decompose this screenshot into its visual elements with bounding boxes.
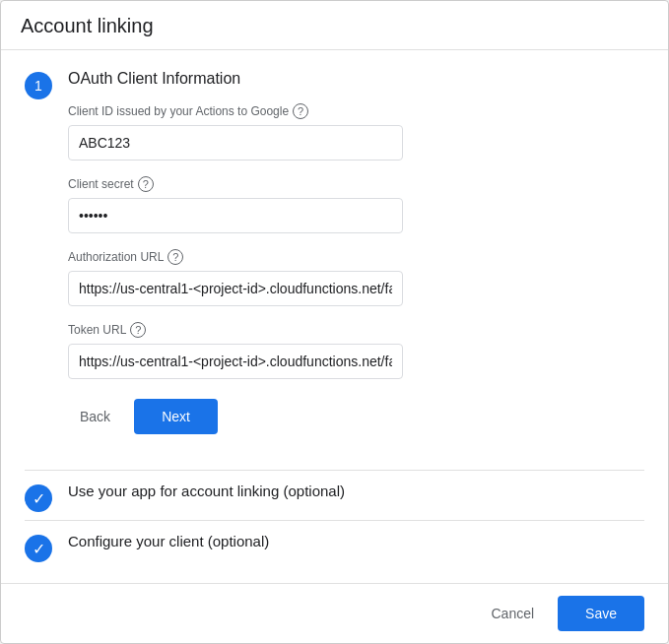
- step-2: ✓ Use your app for account linking (opti…: [25, 483, 644, 512]
- client-secret-field-group: Client secret ?: [68, 176, 644, 233]
- back-button[interactable]: Back: [68, 401, 122, 432]
- step-2-content: Use your app for account linking (option…: [68, 483, 345, 499]
- divider-2: [25, 520, 644, 521]
- auth-url-help-icon[interactable]: ?: [167, 249, 183, 265]
- save-button[interactable]: Save: [558, 596, 644, 631]
- client-id-input[interactable]: [68, 125, 403, 161]
- step-1-content: OAuth Client Information Client ID issue…: [68, 70, 644, 454]
- auth-url-field-group: Authorization URL ?: [68, 249, 644, 306]
- account-linking-dialog: Account linking 1 OAuth Client Informati…: [0, 0, 669, 644]
- dialog-footer: Cancel Save: [1, 583, 668, 643]
- dialog-title: Account linking: [21, 15, 154, 36]
- client-secret-help-icon[interactable]: ?: [138, 176, 154, 192]
- step-3: ✓ Configure your client (optional): [25, 533, 644, 562]
- step-3-check-icon: ✓: [33, 540, 45, 558]
- step-2-circle: ✓: [25, 484, 52, 512]
- step-1-circle: 1: [25, 72, 52, 99]
- step-1-buttons: Back Next: [68, 399, 644, 434]
- step-3-content: Configure your client (optional): [68, 533, 269, 549]
- client-id-field-group: Client ID issued by your Actions to Goog…: [68, 103, 644, 161]
- step-1-number: 1: [34, 78, 42, 94]
- dialog-header: Account linking: [1, 1, 668, 50]
- cancel-button[interactable]: Cancel: [479, 598, 546, 629]
- client-secret-label: Client secret ?: [68, 176, 644, 192]
- step-2-check-icon: ✓: [33, 489, 45, 508]
- auth-url-input[interactable]: [68, 271, 403, 306]
- client-secret-input[interactable]: [68, 198, 403, 233]
- next-button[interactable]: Next: [134, 399, 218, 434]
- step-1-heading: OAuth Client Information: [68, 70, 644, 88]
- step-2-label: Use your app for account linking (option…: [68, 483, 345, 499]
- token-url-input[interactable]: [68, 344, 403, 379]
- divider-1: [25, 470, 644, 471]
- step-3-circle: ✓: [25, 535, 52, 562]
- client-id-help-icon[interactable]: ?: [293, 103, 308, 119]
- client-id-label: Client ID issued by your Actions to Goog…: [68, 103, 644, 119]
- dialog-body: 1 OAuth Client Information Client ID iss…: [1, 50, 668, 583]
- step-3-label: Configure your client (optional): [68, 533, 269, 549]
- token-url-label: Token URL ?: [68, 322, 644, 338]
- token-url-field-group: Token URL ?: [68, 322, 644, 379]
- token-url-help-icon[interactable]: ?: [130, 322, 146, 338]
- step-1: 1 OAuth Client Information Client ID iss…: [25, 70, 644, 454]
- auth-url-label: Authorization URL ?: [68, 249, 644, 265]
